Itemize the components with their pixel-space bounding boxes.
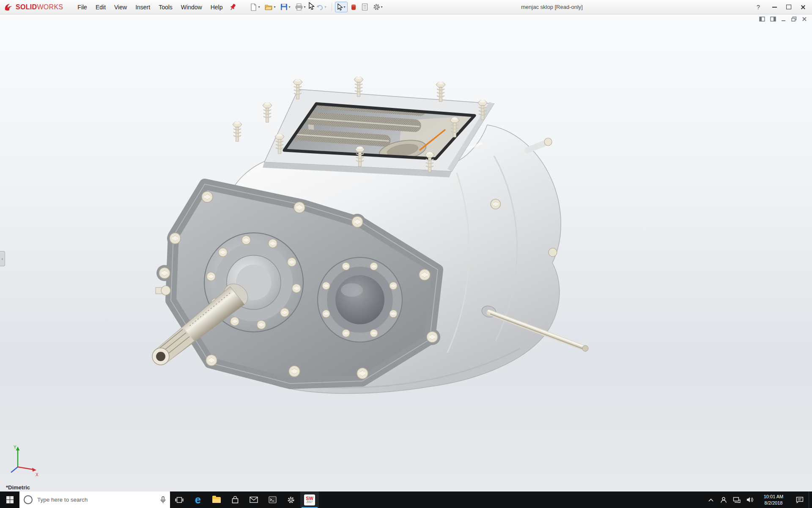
- file-explorer-icon: [212, 497, 221, 503]
- brand-name: SOLIDWORKS: [16, 3, 63, 11]
- menu-window[interactable]: Window: [177, 1, 206, 14]
- network-button[interactable]: [730, 491, 743, 508]
- mouse-cursor: [308, 2, 316, 11]
- edge-browser-button[interactable]: e: [189, 491, 207, 508]
- undo-button[interactable]: ▾: [314, 2, 328, 12]
- new-document-button[interactable]: ▾: [248, 2, 262, 13]
- dropdown-caret[interactable]: ▾: [344, 6, 346, 9]
- minimize-icon: [781, 17, 786, 22]
- properties-sheet-icon: [362, 3, 368, 11]
- orientation-triad[interactable]: Y X: [7, 444, 41, 479]
- menu-edit[interactable]: Edit: [91, 1, 110, 14]
- store-bag-icon: [231, 496, 239, 504]
- maximize-icon: [786, 5, 791, 9]
- select-tool-button[interactable]: ▾: [335, 2, 348, 12]
- quick-toolbar: ▾ ▾ ▾ ▾: [248, 2, 384, 13]
- restore-icon: [791, 17, 797, 22]
- menu-insert[interactable]: Insert: [131, 1, 154, 14]
- menu-tools[interactable]: Tools: [154, 1, 177, 14]
- menu-file[interactable]: File: [73, 1, 91, 14]
- settings-button[interactable]: [282, 491, 300, 508]
- undo-arrow-icon: [316, 4, 324, 11]
- solidworks-window: SOLIDWORKS File Edit View Insert Tools W…: [0, 0, 812, 508]
- search-input[interactable]: [36, 496, 156, 503]
- toolbar-separator: [332, 3, 332, 11]
- side-cover: [318, 257, 402, 342]
- doc-minimize-button[interactable]: [781, 17, 786, 22]
- cortana-icon: [24, 495, 33, 504]
- solidworks-logo: SOLIDWORKS: [0, 3, 67, 12]
- mail-button[interactable]: [244, 491, 263, 508]
- taskbar-clock[interactable]: 10:01 AM 8/2/2018: [756, 491, 791, 508]
- maximize-button[interactable]: [782, 0, 796, 14]
- pushpin-icon: [229, 3, 237, 11]
- x-axis-arrow: [32, 468, 36, 472]
- new-document-icon: [250, 3, 257, 11]
- start-button[interactable]: [0, 491, 19, 508]
- store-button[interactable]: [226, 491, 244, 508]
- properties-button[interactable]: [359, 2, 370, 12]
- show-desktop-button[interactable]: [809, 491, 812, 508]
- view-orientation-label: *Dimetric: [6, 484, 30, 491]
- pane-left-button[interactable]: [759, 17, 765, 22]
- clock-date: 8/2/2018: [765, 500, 783, 506]
- printer-icon: [295, 3, 303, 11]
- document-title: menjac sklop [Read-only]: [521, 4, 583, 10]
- volume-button[interactable]: [743, 491, 756, 508]
- gear-icon: [373, 3, 380, 11]
- microphone-icon[interactable]: [160, 496, 166, 504]
- help-button[interactable]: ?: [752, 4, 765, 11]
- volume-icon: [746, 497, 753, 503]
- task-view-button[interactable]: [170, 491, 189, 508]
- dropdown-caret[interactable]: ▾: [304, 6, 305, 9]
- solidworks-icon: SW 2017: [304, 494, 315, 505]
- dropdown-caret[interactable]: ▾: [274, 6, 275, 9]
- appearances-button[interactable]: [348, 2, 359, 12]
- pin-menu-button[interactable]: [229, 3, 237, 11]
- system-tray: 10:01 AM 8/2/2018: [705, 491, 812, 508]
- window-controls: ?: [752, 0, 810, 14]
- dropdown-caret[interactable]: ▾: [288, 6, 290, 9]
- ds-swirl-icon: [3, 3, 14, 12]
- menu-help[interactable]: Help: [206, 1, 227, 14]
- task-view-icon: [175, 497, 184, 503]
- command-prompt-button[interactable]: [263, 491, 282, 508]
- pane-right-button[interactable]: [770, 17, 776, 22]
- edge-icon: e: [195, 494, 201, 505]
- chevron-up-icon: [708, 498, 713, 502]
- title-bar: SOLIDWORKS File Edit View Insert Tools W…: [0, 0, 812, 14]
- network-icon: [733, 497, 741, 503]
- action-center-button[interactable]: [791, 491, 809, 508]
- doc-close-button[interactable]: [802, 17, 807, 22]
- print-button[interactable]: ▾: [293, 2, 307, 12]
- dropdown-caret[interactable]: ▾: [258, 6, 260, 9]
- x-axis-label: X: [36, 472, 38, 477]
- doc-restore-button[interactable]: [791, 17, 797, 22]
- people-button[interactable]: [717, 491, 730, 508]
- console-icon: [269, 496, 277, 503]
- options-button[interactable]: ▾: [371, 2, 385, 12]
- dropdown-caret[interactable]: ▾: [324, 6, 326, 9]
- taskbar-search[interactable]: [19, 491, 170, 508]
- menu-view[interactable]: View: [110, 1, 131, 14]
- panel-collapse-tab[interactable]: ‹: [0, 251, 5, 266]
- file-explorer-button[interactable]: [207, 491, 226, 508]
- save-button[interactable]: ▾: [278, 2, 292, 12]
- solidworks-app-button[interactable]: SW 2017: [300, 491, 319, 508]
- open-button[interactable]: ▾: [263, 2, 277, 12]
- close-icon: [802, 17, 807, 22]
- appearance-cylinder-icon: [351, 4, 357, 11]
- close-button[interactable]: [796, 0, 810, 14]
- mail-envelope-icon: [250, 497, 258, 503]
- hidden-icons-button[interactable]: [705, 491, 717, 508]
- pane-left-icon: [759, 17, 765, 22]
- close-icon: [801, 5, 806, 10]
- dropdown-caret[interactable]: ▾: [381, 6, 383, 9]
- document-window-controls: [759, 17, 807, 22]
- minimize-button[interactable]: [767, 0, 782, 14]
- z-axis-arrow: [11, 467, 18, 472]
- people-icon: [720, 497, 727, 503]
- gearbox-3d-model[interactable]: [0, 14, 812, 491]
- graphics-viewport[interactable]: ‹ Y X *Dimetric: [0, 14, 812, 491]
- save-floppy-icon: [280, 3, 288, 11]
